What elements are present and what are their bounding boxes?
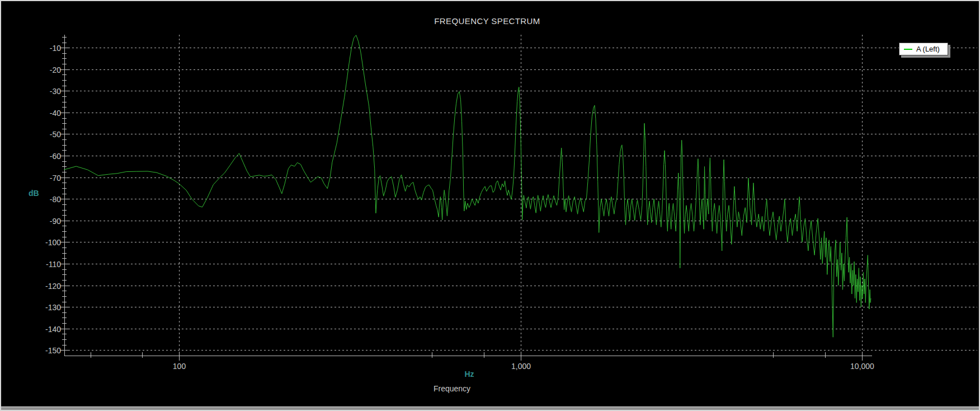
chart-title: FREQUENCY SPECTRUM	[434, 16, 540, 26]
y-tick-label: -130	[45, 303, 61, 312]
x-tick-label: 100	[173, 362, 186, 371]
y-tick-label: -140	[45, 325, 61, 334]
y-axis-unit-label: dB	[29, 189, 39, 198]
legend-line-swatch	[904, 49, 912, 50]
y-tick-label: -110	[46, 260, 61, 269]
axis-layer	[60, 35, 872, 361]
y-tick-label: -20	[50, 66, 61, 74]
y-tick-label: -90	[50, 217, 61, 226]
legend[interactable]: A (Left)	[899, 43, 948, 55]
y-tick-label: -120	[45, 282, 61, 291]
y-tick-label: -10	[50, 44, 61, 53]
x-tick-label: 1,000	[511, 362, 531, 371]
y-tick-label: -60	[50, 152, 61, 161]
spectrum-chart-plot-area[interactable]: -10-20-30-40-50-60-70-80-90-100-110-120-…	[1, 1, 980, 411]
y-tick-label: -150	[45, 346, 61, 355]
window-bottom-edge	[1, 407, 979, 410]
spectrum-trace	[64, 35, 871, 337]
y-tick-label: -30	[50, 87, 61, 96]
x-axis-unit-label: Hz	[464, 370, 474, 379]
y-tick-label: -40	[50, 109, 61, 118]
y-tick-label: -100	[45, 238, 61, 247]
spectrum-analyzer-window: -10-20-30-40-50-60-70-80-90-100-110-120-…	[0, 0, 980, 411]
series-layer	[64, 35, 871, 337]
y-tick-label: -50	[50, 130, 61, 139]
x-axis-title: Frequency	[434, 384, 470, 393]
x-tick-label: 10,000	[850, 362, 874, 371]
legend-series-label: A (Left)	[916, 45, 940, 53]
grid-layer	[64, 35, 977, 356]
y-tick-label: -80	[50, 195, 61, 204]
y-tick-label: -70	[50, 174, 61, 183]
